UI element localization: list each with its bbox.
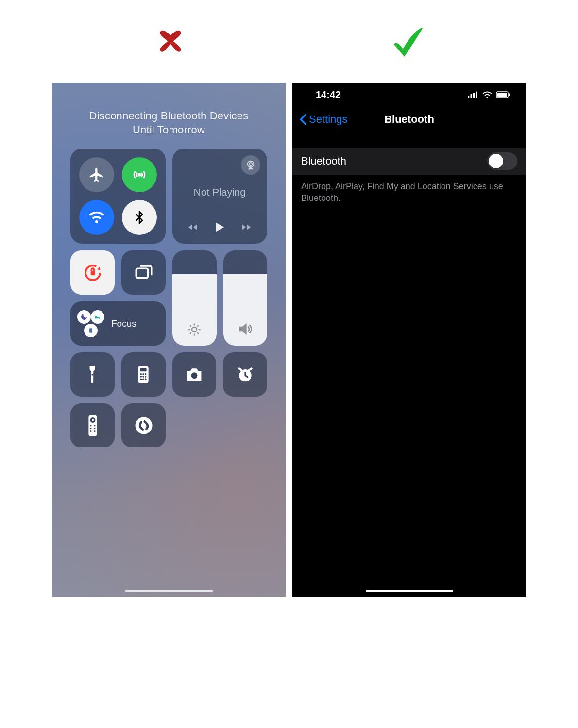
bluetooth-switch[interactable] <box>487 152 517 170</box>
svg-point-14 <box>145 373 146 375</box>
alarm-icon <box>236 365 255 384</box>
svg-point-29 <box>94 428 95 429</box>
svg-point-2 <box>249 163 252 165</box>
svg-point-20 <box>145 378 146 380</box>
screen-mirroring-button[interactable] <box>121 250 166 295</box>
svg-point-9 <box>92 374 93 375</box>
brightness-icon <box>187 322 202 337</box>
battery-icon <box>496 91 510 98</box>
wifi-status-icon <box>482 91 492 99</box>
wifi-toggle[interactable] <box>79 200 114 235</box>
svg-point-12 <box>140 373 142 375</box>
volume-slider[interactable] <box>223 250 268 346</box>
moon-icon <box>77 310 91 324</box>
svg-rect-36 <box>476 91 477 98</box>
media-module[interactable]: Not Playing <box>172 149 268 244</box>
status-bar: 14:42 <box>292 83 526 107</box>
svg-point-28 <box>90 428 91 429</box>
calculator-button[interactable] <box>121 352 166 397</box>
svg-rect-38 <box>497 93 507 97</box>
svg-point-30 <box>90 430 91 432</box>
airplane-mode-toggle[interactable] <box>79 157 114 192</box>
focus-button[interactable]: Focus <box>70 301 166 346</box>
svg-point-18 <box>140 378 142 380</box>
svg-rect-4 <box>90 271 95 275</box>
svg-point-26 <box>90 425 91 426</box>
bluetooth-row: Bluetooth <box>292 148 526 175</box>
home-indicator[interactable] <box>366 590 453 592</box>
svg-rect-39 <box>509 94 510 96</box>
rewind-icon[interactable] <box>186 221 200 233</box>
badge-icon <box>84 324 98 337</box>
svg-point-0 <box>138 174 140 176</box>
camera-button[interactable] <box>172 352 217 397</box>
control-center-screen: Disconnecting Bluetooth Devices Until To… <box>52 83 286 597</box>
status-time: 14:42 <box>316 89 340 100</box>
svg-point-17 <box>145 376 146 377</box>
airplane-icon <box>88 166 105 183</box>
svg-point-16 <box>142 376 144 377</box>
shazam-icon <box>134 415 154 436</box>
svg-rect-34 <box>471 94 472 98</box>
nav-bar: Settings Bluetooth <box>292 107 526 132</box>
connectivity-module <box>70 149 166 244</box>
flashlight-icon <box>86 365 99 384</box>
svg-rect-11 <box>140 368 146 371</box>
cellular-data-toggle[interactable] <box>122 157 157 192</box>
svg-rect-35 <box>473 93 475 98</box>
camera-icon <box>185 367 204 382</box>
brightness-slider[interactable] <box>172 250 217 346</box>
svg-point-31 <box>94 430 95 432</box>
airplay-icon <box>245 160 256 170</box>
focus-label: Focus <box>111 318 136 329</box>
screen-mirror-icon <box>134 263 154 283</box>
svg-point-21 <box>191 372 197 379</box>
alarm-button[interactable] <box>223 352 267 397</box>
shazam-button[interactable] <box>121 403 166 447</box>
media-status: Not Playing <box>172 186 268 198</box>
cc-banner: Disconnecting Bluetooth Devices Until To… <box>70 109 267 137</box>
svg-point-13 <box>142 373 144 375</box>
flashlight-button[interactable] <box>70 352 115 397</box>
svg-point-32 <box>135 417 152 434</box>
cellular-signal-icon <box>468 91 478 98</box>
forward-icon[interactable] <box>239 221 254 233</box>
play-icon[interactable] <box>213 220 226 234</box>
check-mark-icon <box>389 23 426 60</box>
svg-point-25 <box>91 419 93 421</box>
rotation-lock-icon <box>83 263 103 283</box>
bed-icon <box>91 310 104 324</box>
volume-icon <box>238 321 253 337</box>
back-label: Settings <box>309 113 348 126</box>
x-mark-icon <box>153 24 187 58</box>
chevron-left-icon <box>299 114 307 125</box>
bluetooth-row-label: Bluetooth <box>301 155 346 167</box>
rotation-lock-toggle[interactable] <box>70 250 115 295</box>
svg-rect-33 <box>468 96 469 98</box>
bluetooth-settings-screen: 14:42 Settings Bluetooth Bluetooth <box>292 83 526 597</box>
bluetooth-toggle[interactable] <box>122 200 157 235</box>
svg-rect-7 <box>89 328 92 332</box>
svg-point-15 <box>140 376 142 377</box>
svg-point-19 <box>142 378 144 380</box>
back-button[interactable]: Settings <box>299 113 348 126</box>
cellular-icon <box>131 166 148 183</box>
airplay-button[interactable] <box>241 155 260 175</box>
svg-point-27 <box>94 425 95 426</box>
svg-rect-5 <box>136 268 148 278</box>
bluetooth-icon <box>132 210 147 225</box>
svg-point-6 <box>95 316 97 317</box>
svg-point-8 <box>192 327 197 332</box>
remote-icon <box>87 414 99 437</box>
apple-tv-remote-button[interactable] <box>70 403 115 447</box>
wifi-icon <box>88 209 105 226</box>
home-indicator[interactable] <box>125 590 213 592</box>
bluetooth-footer-note: AirDrop, AirPlay, Find My and Location S… <box>292 175 526 204</box>
calculator-icon <box>135 365 152 384</box>
